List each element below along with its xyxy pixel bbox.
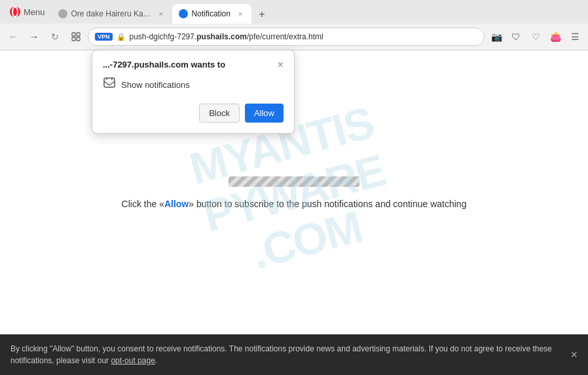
url-domain: pushails.com <box>196 32 247 41</box>
tab-title-notification: Notification <box>192 9 230 18</box>
tabs-icon <box>71 32 81 41</box>
bottom-bar-close-button[interactable]: × <box>570 348 578 362</box>
tab-favicon-notification <box>179 9 188 18</box>
svg-rect-3 <box>77 33 80 36</box>
tab-ore-dake[interactable]: Ore dake Haireru Ka… × <box>52 4 172 24</box>
reload-button[interactable]: ↻ <box>46 28 64 46</box>
popup-buttons: Block Allow <box>103 104 284 123</box>
popup-title: ...-7297.pushails.com wants to <box>103 60 225 69</box>
opera-menu-button[interactable]: Menu <box>3 0 52 24</box>
svg-rect-2 <box>72 33 75 36</box>
shield-button[interactable]: 🛡 <box>507 28 525 46</box>
notification-popup: ...-7297.pushails.com wants to × Show no… <box>92 50 295 134</box>
camera-button[interactable]: 📷 <box>487 28 505 46</box>
browser-chrome: Menu Ore dake Haireru Ka… × Notification… <box>0 0 588 50</box>
svg-rect-5 <box>77 37 80 41</box>
forward-button[interactable]: → <box>25 28 43 46</box>
address-bar-row: ← → ↻ VPN 🔒 push-dgichfg-7297.pushails.c… <box>0 24 588 50</box>
url-text: push-dgichfg-7297.pushails.com/pfe/curre… <box>130 32 323 41</box>
new-tab-button[interactable]: + <box>253 5 271 24</box>
block-button[interactable]: Block <box>199 104 240 123</box>
wallet-button[interactable]: 👛 <box>546 28 564 46</box>
tab-title-ore-dake: Ore dake Haireru Ka… <box>71 9 151 18</box>
bottom-bar: By clicking "Allow" button, you consent … <box>0 334 588 375</box>
bottom-bar-text: By clicking "Allow" button, you consent … <box>10 343 562 366</box>
toolbar-icons: 📷 🛡 ♡ 👛 ☰ <box>487 28 584 46</box>
tab-bar: Menu Ore dake Haireru Ka… × Notification… <box>0 0 588 24</box>
tab-favicon <box>58 9 67 18</box>
address-bar[interactable]: VPN 🔒 push-dgichfg-7297.pushails.com/pfe… <box>88 28 485 46</box>
popup-close-button[interactable]: × <box>278 60 284 70</box>
svg-point-0 <box>10 7 20 17</box>
opt-out-link[interactable]: opt-out page <box>111 356 155 365</box>
browser-menu-button[interactable]: ☰ <box>566 28 584 46</box>
vpn-badge: VPN <box>95 33 113 41</box>
allow-button[interactable]: Allow <box>245 104 284 123</box>
bottom-text-before-link: By clicking "Allow" button, you consent … <box>10 344 552 365</box>
notification-icon <box>103 77 116 93</box>
allow-highlight: Allow <box>164 199 189 209</box>
page-instruction: Click the «Allow» button to subscribe to… <box>122 199 467 209</box>
popup-permission: Show notifications <box>103 77 284 93</box>
progress-bar <box>229 176 359 187</box>
menu-label: Menu <box>24 7 45 17</box>
heart-button[interactable]: ♡ <box>526 28 545 46</box>
url-prefix: push-dgichfg-7297. <box>130 32 197 41</box>
lock-icon: 🔒 <box>117 33 126 41</box>
svg-rect-4 <box>72 37 75 41</box>
back-button[interactable]: ← <box>4 28 22 46</box>
tab-close-ore-dake[interactable]: × <box>156 10 166 18</box>
tabs-button[interactable] <box>67 28 85 46</box>
permission-text: Show notifications <box>121 80 190 90</box>
bell-icon <box>103 77 116 90</box>
bottom-text-after-link: . <box>155 356 157 365</box>
tab-notification[interactable]: Notification × <box>172 4 251 24</box>
tab-close-notification[interactable]: × <box>236 10 245 18</box>
opera-logo-icon <box>9 6 21 18</box>
url-path: /pfe/current/extra.html <box>247 32 323 41</box>
popup-header: ...-7297.pushails.com wants to × <box>103 60 284 70</box>
